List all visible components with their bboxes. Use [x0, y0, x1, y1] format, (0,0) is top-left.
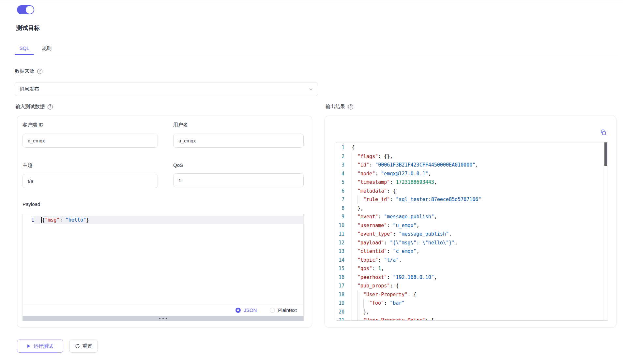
indent-guide [352, 221, 357, 230]
indent-guide [352, 204, 357, 213]
payload-line-number: 1 [23, 216, 34, 224]
line-code: "node": "emqx@127.0.0.1", [352, 169, 431, 178]
code-token: "u_emqx" [393, 221, 416, 230]
scrollbar-track[interactable] [604, 142, 608, 320]
data-source-select[interactable]: 消息发布 [15, 82, 318, 96]
indent-guide [352, 299, 357, 308]
code-token: : { [407, 290, 416, 299]
indent-guide [352, 264, 357, 273]
code-token: "00061F3B21F423CFF4450000EA010000" [375, 161, 475, 169]
code-token: "qos" [357, 264, 372, 273]
run-test-button[interactable]: 运行测试 [17, 340, 63, 353]
code-token: : {}, [378, 152, 393, 161]
indent-guide [357, 316, 363, 321]
help-icon[interactable]: ? [37, 69, 42, 74]
output-code-line: 1{ [336, 143, 608, 152]
line-number: 13 [336, 247, 344, 256]
code-token: { [352, 143, 355, 152]
indent-guide [352, 152, 357, 161]
code-token: : [378, 256, 384, 265]
resize-dot [166, 318, 167, 319]
code-token: "rule_id" [363, 195, 390, 204]
indent-guide [352, 282, 357, 290]
page-title: 测试目标 [16, 24, 40, 32]
line-code: }, [352, 204, 363, 213]
indent-guide [352, 308, 357, 316]
output-code-line: 19"foo": "bar" [336, 299, 608, 308]
code-token: 1 [378, 264, 381, 273]
sql-test-page: 测试目标 SQL规则 数据来源 ? 消息发布 输入测试数据 ? 输出结果 ? 客… [0, 0, 623, 364]
reset-button[interactable]: 重置 [69, 340, 98, 353]
text-cursor [41, 217, 42, 223]
line-number: 9 [336, 212, 344, 221]
line-number: 7 [336, 195, 344, 204]
code-token: "c_emqx" [393, 247, 416, 256]
indent-guide [352, 187, 357, 196]
code-token: : [369, 161, 375, 169]
output-code-line: 10"username": "u_emqx", [336, 221, 608, 230]
topic-field: 主题 [23, 162, 158, 188]
editor-resize-handle[interactable] [23, 316, 304, 321]
line-code: { [352, 143, 355, 152]
code-token: : [ [425, 316, 434, 321]
line-code: "clientid": "c_emqx", [352, 247, 419, 256]
payload-code-text: {"msg": "hello"} [34, 216, 303, 224]
code-token: "msg" [45, 217, 60, 223]
payload-label-row: Payload [23, 201, 40, 207]
line-number: 18 [336, 290, 344, 299]
tab-规则[interactable]: 规则 [34, 42, 59, 54]
topic-input[interactable] [23, 174, 158, 188]
copy-icon[interactable] [600, 129, 607, 136]
indent-guide [352, 256, 357, 265]
output-section-title: 输出结果 [326, 104, 345, 110]
help-icon[interactable]: ? [348, 104, 353, 109]
code-token: : [390, 178, 396, 187]
line-code: "rule_id": "sql_tester:87eece85d5767166" [352, 195, 481, 204]
indent-guide [357, 299, 363, 308]
output-code-line: 6"metadata": { [336, 187, 608, 196]
format-radio-plaintext[interactable]: Plaintext [270, 307, 297, 313]
code-token: "hello" [66, 217, 86, 223]
client-id-label: 客户端 ID [23, 122, 158, 128]
line-number: 14 [336, 256, 344, 265]
code-token: : [393, 230, 399, 239]
line-code: "id": "00061F3B21F423CFF4450000EA010000"… [352, 161, 478, 169]
tab-sql[interactable]: SQL [15, 42, 34, 54]
code-token: , [434, 212, 437, 221]
code-token: , [381, 264, 384, 273]
code-token: }, [357, 204, 363, 213]
line-code: "pub_props": { [352, 282, 399, 290]
code-token: "{\"msg\": \"hello\"}" [390, 239, 455, 247]
code-token: { [42, 217, 45, 223]
client-id-input[interactable] [23, 134, 158, 148]
code-token: }, [363, 308, 369, 316]
code-token: "event_type" [357, 230, 393, 239]
username-input[interactable] [173, 134, 304, 148]
format-radio-json[interactable]: JSON [236, 307, 257, 313]
line-code: "peerhost": "192.168.0.10", [352, 273, 437, 282]
line-number: 17 [336, 282, 344, 290]
help-icon[interactable]: ? [48, 104, 53, 109]
indent-guide [352, 247, 357, 256]
payload-label: Payload [23, 201, 40, 207]
output-code-line: 14"topic": "t/a", [336, 256, 608, 265]
qos-input[interactable] [173, 173, 304, 187]
data-source-selected-value: 消息发布 [20, 86, 309, 92]
indent-guide [352, 178, 357, 187]
payload-editor: 1 {"msg": "hello"} JSONPlaintext [23, 214, 304, 321]
scrollbar-thumb[interactable] [604, 142, 607, 166]
code-token: : [390, 195, 396, 204]
code-token: "flags" [357, 152, 378, 161]
code-token: : [372, 264, 378, 273]
enable-toggle[interactable] [17, 5, 34, 14]
payload-code-area[interactable]: 1 {"msg": "hello"} [23, 214, 304, 304]
code-token: "clientid" [357, 247, 387, 256]
line-code: "User-Property-Pairs": [ [352, 316, 434, 321]
line-code: "flags": {}, [352, 152, 393, 161]
line-code: "User-Property": { [352, 290, 417, 299]
line-code: "event_type": "message_publish", [352, 230, 452, 239]
output-code-line: 17"pub_props": { [336, 282, 608, 290]
line-number: 4 [336, 169, 344, 178]
line-code: }, [352, 308, 369, 316]
refresh-icon [75, 344, 80, 349]
